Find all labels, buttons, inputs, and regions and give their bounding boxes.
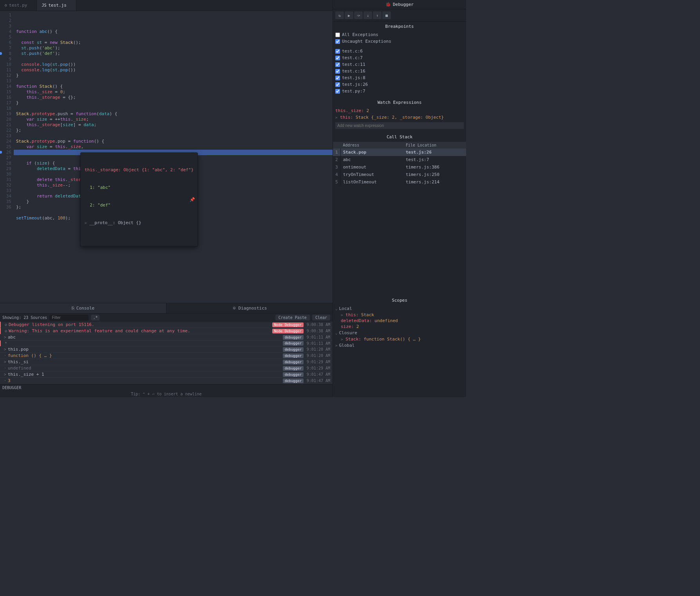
callstack-row[interactable]: 1Stack.poptest.js:26	[333, 149, 466, 156]
code-line[interactable]: }	[16, 73, 333, 78]
scope-header[interactable]: ⌄Closure	[335, 330, 464, 336]
bottom-tab[interactable]: ⛭Diagnostics	[166, 303, 333, 313]
line-number[interactable]: 18	[0, 106, 11, 111]
breakpoint-item[interactable]: test.py:7	[335, 88, 464, 94]
code-body[interactable]: this._storage: Object {1: "abc", 2: "def…	[14, 11, 333, 303]
console-filter-input[interactable]	[49, 315, 89, 321]
code-line[interactable]	[16, 56, 333, 62]
code-line[interactable]: this._size = 0;	[16, 89, 333, 95]
breakpoint-checkbox[interactable]	[335, 56, 340, 60]
line-number[interactable]: 11	[0, 67, 11, 73]
step-over-button[interactable]: ⤼	[354, 11, 363, 19]
line-number[interactable]: 23	[0, 133, 11, 139]
code-line[interactable]	[16, 133, 333, 139]
line-number[interactable]: 24	[0, 139, 11, 144]
line-number[interactable]: 34	[0, 194, 11, 199]
line-number[interactable]: 31	[0, 177, 11, 183]
code-line[interactable]: };	[16, 128, 333, 133]
stop-button[interactable]: ■	[382, 11, 391, 19]
code-line[interactable]: st.push('abc');	[16, 45, 333, 51]
watch-input[interactable]	[335, 122, 464, 129]
code-line[interactable]: st.push('def');	[16, 51, 333, 56]
line-number[interactable]: 5	[0, 34, 11, 40]
debugger-repl[interactable]: DEBUGGER	[0, 384, 333, 391]
line-number[interactable]: 8	[0, 51, 11, 56]
breakpoint-item[interactable]: test.js:8	[335, 74, 464, 81]
bottom-tab[interactable]: ⎘Console	[0, 303, 166, 313]
code-line[interactable]: this._storage = {};	[16, 95, 333, 100]
breakpoint-checkbox[interactable]	[335, 49, 340, 54]
line-number[interactable]: 22	[0, 128, 11, 133]
line-number[interactable]: 7	[0, 45, 11, 51]
console-row[interactable]: ·3debugger9:01:47 AM	[0, 378, 333, 384]
code-line[interactable]	[16, 34, 333, 40]
line-number[interactable]: 25	[0, 144, 11, 150]
breakpoint-checkbox[interactable]	[335, 89, 340, 94]
breakpoint-checkbox[interactable]	[335, 82, 340, 87]
console-row[interactable]: ⊘Warning: This is an experimental featur…	[0, 328, 333, 334]
watch-item[interactable]: > this: Stack {_size: 2, _storage: Objec…	[335, 114, 464, 121]
code-line[interactable]: var size = ++this._size;	[16, 117, 333, 122]
step-out-button[interactable]: ↑	[373, 11, 382, 19]
scope-variable[interactable]: > Stack: function Stack() { … }	[335, 336, 464, 342]
code-line[interactable]: console.log(st.pop())	[16, 62, 333, 67]
line-number[interactable]: 26	[0, 150, 11, 155]
line-number[interactable]: 19	[0, 111, 11, 117]
code-line[interactable]: var size = this._size,	[16, 144, 333, 150]
console-row[interactable]: >this._sidebugger9:01:29 AM	[0, 359, 333, 365]
line-number[interactable]: 1	[0, 13, 11, 18]
breakpoint-option[interactable]: Uncaught Exceptions	[335, 38, 464, 45]
line-number[interactable]: 12	[0, 73, 11, 78]
code-editor[interactable]: 1234567891011121314151617181920212223242…	[0, 11, 333, 303]
callstack-row[interactable]: 5listOnTimeouttimers.js:214	[333, 178, 466, 186]
restart-button[interactable]: ↻	[335, 11, 344, 19]
line-number[interactable]: 21	[0, 122, 11, 128]
line-number[interactable]: 6	[0, 40, 11, 45]
callstack-row[interactable]: 4tryOnTimeouttimers.js:250	[333, 171, 466, 178]
console-row[interactable]: >this.popdebugger9:01:20 AM	[0, 346, 333, 353]
editor-tab[interactable]: JStest.js	[37, 0, 76, 11]
scope-header[interactable]: >Global	[335, 342, 464, 349]
line-number[interactable]: 36	[0, 205, 11, 210]
breakpoint-item[interactable]: test.c:16	[335, 68, 464, 74]
line-number[interactable]: 32	[0, 183, 11, 188]
line-number[interactable]: 14	[0, 84, 11, 89]
line-number[interactable]: 28	[0, 161, 11, 166]
line-number[interactable]: 4	[0, 29, 11, 34]
watch-item[interactable]: this._size: 2	[335, 107, 464, 114]
code-line[interactable]: }	[16, 100, 333, 106]
scope-variable[interactable]: deletedData: undefined	[335, 318, 464, 324]
breakpoint-checkbox[interactable]	[335, 33, 340, 37]
breakpoint-checkbox[interactable]	[335, 76, 340, 80]
console-row[interactable]: ·undefineddebugger9:01:29 AM	[0, 365, 333, 371]
line-number[interactable]: 33	[0, 188, 11, 194]
line-number[interactable]: 3	[0, 24, 11, 29]
code-line[interactable]: function Stack() {	[16, 84, 333, 89]
console-row[interactable]: *debugger9:01:11 AM	[0, 341, 333, 346]
editor-tab[interactable]: ⚙test.py	[0, 0, 37, 11]
line-number[interactable]: 2	[0, 18, 11, 24]
line-number[interactable]: 35	[0, 199, 11, 205]
scope-variable[interactable]: > this: Stack	[335, 312, 464, 318]
callstack-row[interactable]: 3ontimeouttimers.js:386	[333, 163, 466, 171]
console-row[interactable]: ⊘Debugger listening on port 15116.Node D…	[0, 322, 333, 328]
breakpoint-item[interactable]: test.js:26	[335, 81, 464, 88]
breakpoint-item[interactable]: test.c:6	[335, 48, 464, 54]
code-line[interactable]: const st = new Stack();	[16, 40, 333, 45]
line-number[interactable]: 29	[0, 166, 11, 172]
code-line[interactable]: Stack.prototype.pop = function() {	[16, 139, 333, 144]
console-row[interactable]: >this._size + 1debugger9:01:47 AM	[0, 371, 333, 378]
clear-button[interactable]: Clear	[312, 315, 330, 321]
code-line[interactable]	[16, 106, 333, 111]
step-into-button[interactable]: ↓	[364, 11, 372, 19]
code-line[interactable]: this._storage[size] = data;	[16, 122, 333, 128]
scope-header[interactable]: ⌄Local	[335, 305, 464, 312]
code-line[interactable]: console.log(st.pop())	[16, 67, 333, 73]
breakpoint-item[interactable]: test.c:11	[335, 61, 464, 68]
line-number[interactable]: 20	[0, 117, 11, 122]
breakpoint-item[interactable]: test.c:7	[335, 54, 464, 61]
console-row[interactable]: · function () { … }debugger9:01:20 AM	[0, 353, 333, 359]
create-paste-button[interactable]: Create Paste	[275, 315, 310, 321]
console-row[interactable]: >abcdebugger9:01:11 AM	[0, 334, 333, 341]
breakpoint-option[interactable]: All Exceptions	[335, 31, 464, 38]
